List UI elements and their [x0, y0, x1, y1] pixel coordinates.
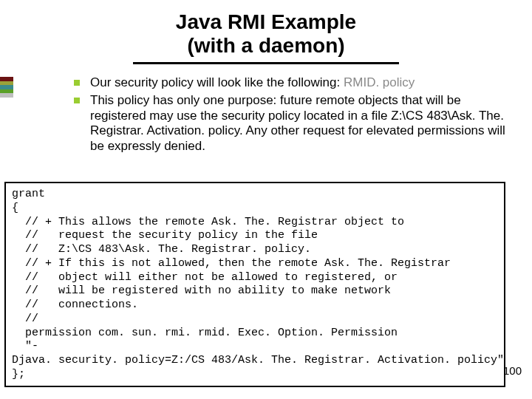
- page-number: 100: [503, 364, 522, 377]
- title-line-2: (with a daemon): [0, 34, 532, 58]
- bullet-item: This policy has only one purpose: future…: [74, 93, 517, 154]
- slide: Java RMI Example (with a daemon) Our sec…: [0, 0, 532, 399]
- bullet-icon: [74, 80, 80, 86]
- code-block: grant { // + This allows the remote Ask.…: [4, 182, 505, 387]
- bullet-text: Our security policy will look like the f…: [90, 75, 415, 89]
- accent-bar-icon: [0, 77, 13, 98]
- title-line-1: Java RMI Example: [0, 10, 532, 34]
- bullet-list: Our security policy will look like the f…: [74, 75, 517, 157]
- bullet-item: Our security policy will look like the f…: [74, 75, 517, 90]
- rmid-label: RMID. policy: [344, 75, 415, 89]
- bullet-text: This policy has only one purpose: future…: [90, 93, 505, 152]
- title-underline: [133, 62, 399, 64]
- slide-title: Java RMI Example (with a daemon): [0, 0, 532, 64]
- bullet-icon: [74, 98, 80, 103]
